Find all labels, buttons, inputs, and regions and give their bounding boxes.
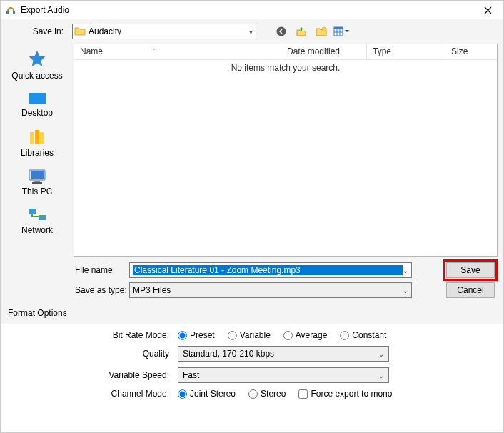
sort-indicator-icon: ˄ bbox=[103, 48, 156, 54]
variable-speed-value: Fast bbox=[183, 370, 378, 380]
svg-rect-9 bbox=[29, 93, 46, 104]
file-name-input[interactable]: Classical Literature 01 - Zoom Meeting.m… bbox=[129, 262, 412, 278]
svg-point-2 bbox=[277, 27, 286, 36]
close-button[interactable] bbox=[473, 1, 502, 19]
place-label: Network bbox=[21, 225, 53, 235]
places-bar: Quick access Desktop Libraries This PC N… bbox=[6, 44, 68, 257]
network-icon bbox=[26, 206, 48, 224]
svg-rect-0 bbox=[6, 11, 9, 14]
save-as-type-label: Save as type: bbox=[6, 285, 129, 295]
chevron-down-icon: ⌄ bbox=[378, 372, 384, 379]
place-label: This PC bbox=[22, 186, 53, 196]
svg-rect-17 bbox=[29, 209, 36, 214]
chevron-down-icon: ⌄ bbox=[403, 287, 408, 294]
window-title: Export Audio bbox=[21, 5, 473, 15]
place-label: Quick access bbox=[11, 71, 62, 81]
save-button[interactable]: Save bbox=[446, 262, 495, 278]
view-menu-icon[interactable] bbox=[333, 24, 349, 39]
radio-constant[interactable]: Constant bbox=[340, 330, 386, 340]
svg-rect-1 bbox=[13, 11, 15, 14]
checkbox-force-mono[interactable]: Force export to mono bbox=[298, 389, 392, 399]
save-as-type-combo[interactable]: MP3 Files ⌄ bbox=[129, 282, 412, 298]
this-pc-icon bbox=[26, 168, 48, 185]
format-options: Bit Rate Mode: Preset Variable Average C… bbox=[1, 324, 503, 433]
place-desktop[interactable]: Desktop bbox=[9, 88, 66, 121]
radio-average[interactable]: Average bbox=[283, 330, 327, 340]
svg-rect-16 bbox=[32, 182, 42, 184]
file-fields: File name: Classical Literature 01 - Zoo… bbox=[6, 262, 498, 298]
libraries-icon bbox=[26, 128, 48, 146]
save-in-label: Save in: bbox=[6, 26, 68, 36]
place-quick-access[interactable]: Quick access bbox=[9, 46, 66, 84]
star-icon bbox=[26, 49, 48, 69]
col-date-modified[interactable]: Date modified bbox=[281, 44, 367, 59]
place-network[interactable]: Network bbox=[9, 204, 66, 238]
col-type[interactable]: Type bbox=[367, 44, 445, 59]
radio-preset[interactable]: Preset bbox=[178, 330, 215, 340]
up-icon[interactable] bbox=[293, 24, 309, 39]
svg-rect-14 bbox=[31, 171, 44, 179]
save-in-value: Audacity bbox=[86, 26, 248, 36]
save-as-type-value: MP3 Files bbox=[133, 285, 403, 295]
variable-speed-label: Variable Speed: bbox=[6, 370, 178, 380]
svg-rect-12 bbox=[40, 132, 44, 144]
file-name-value: Classical Literature 01 - Zoom Meeting.m… bbox=[133, 265, 403, 275]
variable-speed-select[interactable]: Fast ⌄ bbox=[178, 367, 389, 383]
file-list[interactable]: Name˄ Date modified Type Size No items m… bbox=[74, 44, 498, 257]
channel-mode-radios: Joint Stereo Stereo Force export to mono bbox=[178, 389, 498, 399]
place-label: Libraries bbox=[21, 148, 54, 158]
explorer-area: Quick access Desktop Libraries This PC N… bbox=[6, 44, 498, 257]
place-label: Desktop bbox=[21, 108, 53, 118]
radio-variable[interactable]: Variable bbox=[228, 330, 271, 340]
quality-label: Quality bbox=[6, 349, 178, 359]
save-in-combo[interactable]: Audacity ▾ bbox=[72, 24, 256, 39]
file-name-label: File name: bbox=[6, 265, 129, 275]
radio-joint-stereo[interactable]: Joint Stereo bbox=[178, 389, 236, 399]
back-icon[interactable] bbox=[273, 24, 289, 39]
dialog-body: Save in: Audacity ▾ Quick access Desktop bbox=[1, 19, 503, 432]
column-headers: Name˄ Date modified Type Size bbox=[74, 44, 497, 60]
svg-rect-15 bbox=[34, 181, 40, 182]
col-name[interactable]: Name˄ bbox=[74, 44, 281, 59]
svg-rect-11 bbox=[35, 130, 39, 144]
svg-rect-10 bbox=[30, 132, 34, 144]
place-this-pc[interactable]: This PC bbox=[9, 165, 66, 199]
chevron-down-icon: ⌄ bbox=[403, 267, 408, 274]
col-size[interactable]: Size bbox=[445, 44, 497, 59]
chevron-down-icon: ▾ bbox=[248, 28, 254, 36]
radio-stereo[interactable]: Stereo bbox=[248, 389, 286, 399]
format-options-title: Format Options bbox=[8, 308, 498, 318]
new-folder-icon[interactable] bbox=[313, 24, 329, 39]
quality-select[interactable]: Standard, 170-210 kbps ⌄ bbox=[178, 346, 389, 362]
desktop-icon bbox=[26, 91, 48, 106]
quality-value: Standard, 170-210 kbps bbox=[183, 349, 378, 359]
bitrate-mode-radios: Preset Variable Average Constant bbox=[178, 330, 498, 340]
svg-rect-5 bbox=[334, 27, 343, 29]
folder-icon bbox=[74, 26, 86, 37]
app-icon bbox=[5, 4, 16, 16]
save-in-row: Save in: Audacity ▾ bbox=[6, 24, 498, 39]
title-bar: Export Audio bbox=[1, 1, 503, 19]
chevron-down-icon: ⌄ bbox=[378, 350, 384, 358]
bitrate-mode-label: Bit Rate Mode: bbox=[6, 330, 178, 340]
empty-message: No items match your search. bbox=[74, 60, 497, 73]
channel-mode-label: Channel Mode: bbox=[6, 389, 178, 399]
place-libraries[interactable]: Libraries bbox=[9, 125, 66, 161]
cancel-button[interactable]: Cancel bbox=[446, 282, 495, 298]
nav-icons bbox=[273, 24, 349, 39]
